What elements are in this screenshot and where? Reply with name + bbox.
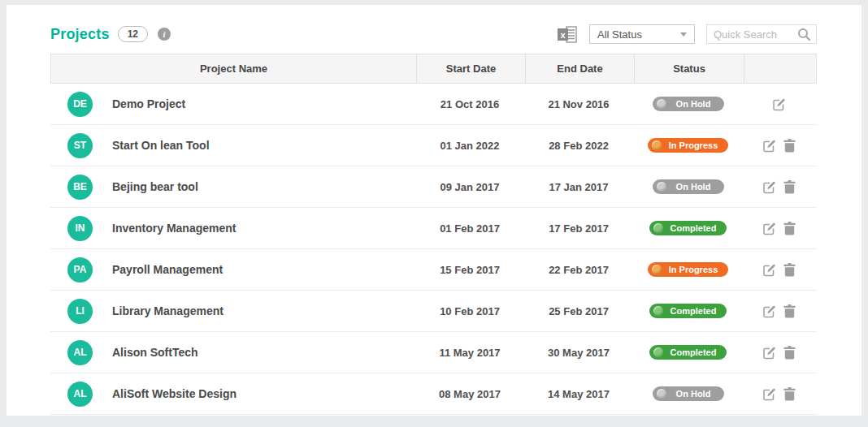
delete-button[interactable] — [783, 346, 796, 360]
delete-button[interactable] — [783, 387, 796, 401]
trash-icon — [783, 304, 796, 318]
status-badge: On Hold — [653, 97, 724, 111]
start-date: 01 Jan 2022 — [415, 140, 524, 152]
end-date: 17 Feb 2017 — [524, 222, 633, 235]
project-name[interactable]: Library Management — [112, 304, 224, 317]
avatar: AL — [67, 340, 93, 365]
info-icon[interactable]: i — [158, 28, 171, 41]
trash-icon — [783, 222, 796, 235]
projects-panel: Projects 12 i x All — [7, 5, 861, 416]
page-title: Projects — [50, 26, 110, 43]
edit-icon — [762, 180, 776, 194]
table-row: ST Start On lean Tool 01 Jan 2022 28 Feb… — [50, 125, 817, 166]
status-dot-icon — [653, 347, 663, 357]
status-badge: In Progress — [648, 138, 729, 153]
status-dot-icon — [657, 182, 666, 192]
project-name[interactable]: AliSoft Website Design — [112, 387, 237, 400]
excel-export-button[interactable]: x — [557, 25, 578, 43]
edit-button[interactable] — [762, 180, 776, 194]
edit-icon — [762, 139, 776, 153]
project-name[interactable]: Payroll Management — [112, 263, 223, 276]
trash-icon — [783, 387, 796, 401]
avatar: DE — [67, 92, 93, 117]
status-badge: On Hold — [653, 179, 724, 194]
svg-text:x: x — [560, 29, 566, 39]
projects-table: Project Name Start Date End Date Status … — [50, 54, 817, 415]
status-dot-icon — [653, 306, 663, 316]
trash-icon — [783, 180, 796, 194]
search-icon[interactable] — [797, 28, 811, 41]
end-date: 17 Jan 2017 — [524, 181, 633, 193]
edit-button[interactable] — [762, 222, 776, 235]
edit-button[interactable] — [762, 304, 776, 318]
avatar: ST — [67, 133, 93, 158]
table-row: PA Payroll Management 15 Feb 2017 22 Feb… — [50, 249, 817, 291]
edit-button[interactable] — [762, 139, 776, 153]
status-badge: In Progress — [648, 262, 729, 277]
edit-icon — [762, 304, 776, 318]
trash-icon — [783, 263, 796, 277]
edit-button[interactable] — [762, 346, 776, 360]
column-header-actions — [744, 54, 816, 83]
status-badge: Completed — [649, 221, 727, 235]
delete-button[interactable] — [783, 139, 796, 153]
project-name[interactable]: Inventory Management — [112, 222, 236, 235]
end-date: 25 Feb 2017 — [524, 305, 633, 317]
column-header-project-name: Project Name — [51, 54, 416, 83]
table-header-row: Project Name Start Date End Date Status — [50, 54, 817, 84]
table-row: IN Inventory Management 01 Feb 2017 17 F… — [50, 208, 817, 249]
column-header-start-date: Start Date — [416, 54, 525, 83]
topbar: Projects 12 i x All — [7, 5, 861, 47]
table-row: AL Alison SoftTech 11 May 2017 30 May 20… — [50, 332, 817, 373]
quick-search-box — [706, 24, 817, 44]
status-dot-icon — [657, 99, 666, 109]
status-dot-icon — [657, 389, 666, 399]
table-body: DE Demo Project 21 Oct 2016 21 Nov 2016 … — [50, 84, 817, 415]
delete-button[interactable] — [783, 263, 796, 277]
edit-icon — [772, 97, 786, 111]
edit-button[interactable] — [762, 387, 776, 401]
table-row: LI Library Management 10 Feb 2017 25 Feb… — [50, 291, 817, 332]
edit-button[interactable] — [772, 97, 786, 111]
avatar: PA — [67, 257, 93, 283]
project-name[interactable]: Bejing bear tool — [112, 180, 198, 193]
status-badge: Completed — [649, 304, 727, 318]
column-header-status: Status — [634, 54, 744, 83]
project-name[interactable]: Demo Project — [112, 97, 185, 110]
start-date: 09 Jan 2017 — [415, 181, 524, 193]
status-filter-value: All Status — [597, 28, 642, 41]
start-date: 10 Feb 2017 — [415, 305, 524, 317]
trash-icon — [783, 139, 796, 153]
excel-export-icon: x — [558, 26, 577, 43]
start-date: 15 Feb 2017 — [415, 264, 524, 276]
edit-icon — [762, 263, 776, 277]
delete-button[interactable] — [783, 180, 796, 194]
project-name[interactable]: Alison SoftTech — [112, 346, 198, 359]
edit-icon — [762, 346, 776, 360]
search-input[interactable] — [714, 28, 797, 41]
edit-button[interactable] — [762, 263, 776, 277]
trash-icon — [783, 346, 796, 360]
start-date: 01 Feb 2017 — [415, 222, 524, 235]
chevron-down-icon — [680, 32, 687, 37]
start-date: 11 May 2017 — [415, 347, 524, 359]
column-header-end-date: End Date — [525, 54, 634, 83]
end-date: 28 Feb 2022 — [524, 140, 633, 152]
table-row: AL AliSoft Website Design 08 May 2017 14… — [50, 373, 817, 415]
status-dot-icon — [652, 265, 662, 274]
edit-icon — [762, 222, 776, 235]
end-date: 22 Feb 2017 — [524, 264, 633, 276]
status-dot-icon — [653, 223, 663, 233]
avatar: BE — [67, 175, 93, 200]
status-filter-dropdown[interactable]: All Status — [589, 24, 695, 44]
delete-button[interactable] — [783, 304, 796, 318]
edit-icon — [762, 387, 776, 401]
avatar: LI — [67, 299, 93, 324]
delete-button[interactable] — [783, 222, 796, 235]
avatar: AL — [67, 382, 93, 407]
project-name[interactable]: Start On lean Tool — [112, 139, 210, 152]
end-date: 30 May 2017 — [524, 347, 633, 359]
status-badge: Completed — [649, 345, 727, 360]
start-date: 21 Oct 2016 — [415, 98, 524, 110]
table-row: BE Bejing bear tool 09 Jan 2017 17 Jan 2… — [50, 166, 817, 208]
